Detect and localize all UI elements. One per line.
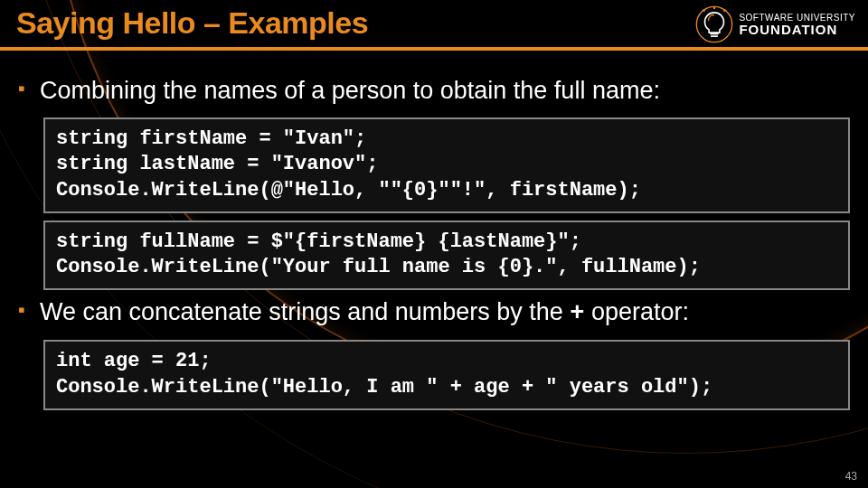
bullet-2: We can concatenate strings and numbers b… [18,297,850,330]
bullet-2-post: operator: [585,298,690,325]
code-box-1: string firstName = "Ivan"; string lastNa… [43,117,850,213]
code-box-2: string fullName = $"{firstName} {lastNam… [43,221,850,290]
svg-line-5 [703,10,705,12]
code-box-3: int age = 21; Console.WriteLine("Hello, … [43,340,850,409]
bullet-2-pre: We can concatenate strings and numbers b… [40,298,570,325]
title-underline [0,47,868,51]
slide-title: Saying Hello – Examples [16,5,368,41]
slide: Saying Hello – Examples SOFTWARE UNIVERS… [0,0,868,488]
logo-line2: FOUNDATION [739,23,855,36]
slide-body: Combining the names of a person to obtai… [18,69,850,418]
logo: SOFTWARE UNIVERSITY FOUNDATION [695,5,855,43]
lightbulb-icon [695,5,733,43]
logo-line1: SOFTWARE UNIVERSITY [739,14,855,23]
svg-line-4 [724,10,726,12]
bullet-1: Combining the names of a person to obtai… [18,76,850,107]
slide-number: 43 [845,470,857,483]
logo-text: SOFTWARE UNIVERSITY FOUNDATION [739,14,855,36]
plus-operator: + [570,300,584,327]
